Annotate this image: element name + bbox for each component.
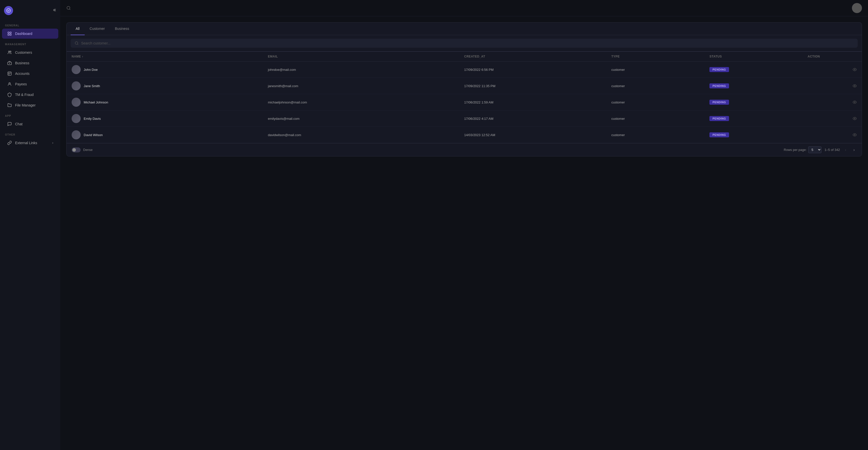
status-badge: PENDING (709, 67, 729, 72)
page-content: All Customer Business Name (60, 16, 868, 450)
row-type-cell: customer (612, 84, 710, 88)
rows-per-page-select[interactable]: 5 10 25 50 (808, 147, 822, 153)
svg-point-15 (854, 85, 855, 86)
sidebar-item-file-manager[interactable]: File Manager (2, 100, 58, 110)
sort-icon[interactable]: ↑ (82, 55, 84, 58)
svg-rect-10 (8, 72, 11, 75)
row-action-cell[interactable] (808, 84, 857, 88)
sidebar-item-customers[interactable]: Customers (2, 47, 58, 58)
sidebar-item-label: External Links (15, 141, 37, 145)
table-row: David Wilson davidwilson@mail.com 14/03/… (67, 127, 862, 143)
sidebar-item-dashboard[interactable]: Dashboard (2, 29, 58, 39)
row-email-cell: michaeljohnson@mail.com (268, 100, 464, 104)
table-row: Emily Davis emilydavis@mail.com 17/06/20… (67, 110, 862, 127)
svg-point-14 (854, 69, 855, 70)
row-date-cell: 17/09/2022 11:35 PM (464, 84, 612, 88)
user-avatar-button[interactable] (852, 3, 862, 13)
row-type-cell: customer (612, 117, 710, 121)
header-type: Type (612, 55, 710, 58)
sidebar-item-tm-fraud[interactable]: TM & Fraud (2, 90, 58, 100)
dense-toggle-switch[interactable] (72, 148, 81, 153)
row-date-cell: 17/06/2022 4:17 AM (464, 117, 612, 121)
sidebar-item-external-links[interactable]: External Links › (2, 138, 58, 148)
next-page-button[interactable]: › (851, 147, 857, 153)
svg-point-17 (854, 118, 855, 119)
sidebar-item-payees[interactable]: Payees (2, 79, 58, 89)
row-date-cell: 17/09/2022 6:56 PM (464, 68, 612, 71)
sidebar-item-chat[interactable]: Chat (2, 119, 58, 129)
tab-all[interactable]: All (71, 23, 85, 35)
sidebar-header (0, 4, 60, 20)
status-badge: PENDING (709, 116, 729, 121)
accounts-icon (7, 71, 12, 76)
header-action: Action (808, 55, 857, 58)
avatar (72, 130, 81, 139)
sidebar-section-management: MANAGEMENT (0, 39, 60, 47)
sidebar: GENERAL Dashboard MANAGEMENT Customers (0, 0, 60, 450)
sidebar-item-label: Customers (15, 51, 32, 55)
sidebar-section-general: GENERAL (0, 20, 60, 28)
svg-point-16 (854, 102, 855, 103)
rows-per-page-label: Rows per page: (784, 148, 807, 152)
avatar (852, 3, 862, 13)
tab-customer[interactable]: Customer (85, 23, 110, 35)
row-status-cell: PENDING (709, 116, 808, 121)
row-email-cell: emilydavis@mail.com (268, 117, 464, 121)
collapse-sidebar-button[interactable] (52, 8, 56, 13)
row-type-cell: customer (612, 133, 710, 137)
row-email-cell: johndoe@mail.com (268, 68, 464, 71)
sidebar-item-accounts[interactable]: Accounts (2, 69, 58, 78)
row-email-cell: davidwilson@mail.com (268, 133, 464, 137)
avatar (72, 82, 81, 90)
search-icon (66, 6, 71, 10)
table-row: Michael Johnson michaeljohnson@mail.com … (67, 94, 862, 110)
prev-page-button[interactable]: ‹ (843, 147, 848, 153)
header-name: Name ↑ (72, 55, 268, 58)
row-type-cell: customer (612, 100, 710, 104)
svg-point-5 (8, 51, 10, 52)
tabs-container: All Customer Business (66, 22, 862, 52)
customer-search-wrap (67, 35, 862, 52)
topbar-search[interactable] (66, 6, 71, 10)
row-action-cell[interactable] (808, 117, 857, 121)
svg-rect-2 (10, 32, 11, 33)
search-icon (75, 41, 79, 45)
dashboard-icon (7, 31, 12, 36)
customer-search-input[interactable] (81, 41, 854, 45)
rows-per-page: Rows per page: 5 10 25 50 (784, 147, 822, 153)
svg-point-13 (75, 42, 78, 44)
eye-icon[interactable] (853, 84, 857, 88)
sidebar-item-label: Chat (15, 122, 23, 126)
row-action-cell[interactable] (808, 133, 857, 137)
row-action-cell[interactable] (808, 100, 857, 104)
eye-icon[interactable] (853, 68, 857, 71)
eye-icon[interactable] (853, 100, 857, 104)
dense-label: Dense (83, 148, 93, 152)
row-name-cell: Jane Smith (72, 82, 268, 90)
avatar (72, 114, 81, 123)
sidebar-item-business[interactable]: Business (2, 58, 58, 68)
app-logo[interactable] (4, 6, 13, 15)
file-icon (7, 103, 12, 108)
svg-rect-3 (8, 34, 9, 35)
table-header: Name ↑ Email Created_at Type Status Acti… (67, 52, 862, 62)
tab-business[interactable]: Business (110, 23, 134, 35)
avatar (72, 98, 81, 107)
customers-icon (7, 50, 12, 55)
row-action-cell[interactable] (808, 68, 857, 71)
main-content: All Customer Business Name (60, 0, 868, 450)
customers-table: Name ↑ Email Created_at Type Status Acti… (66, 52, 862, 156)
row-name-cell: David Wilson (72, 130, 268, 139)
eye-icon[interactable] (853, 133, 857, 137)
avatar (72, 65, 81, 74)
sidebar-item-label: Payees (15, 82, 27, 86)
chevron-right-icon: › (52, 141, 53, 144)
status-badge: PENDING (709, 84, 729, 88)
pagination-controls: Rows per page: 5 10 25 50 1–5 of 342 ‹ › (784, 147, 857, 153)
eye-icon[interactable] (853, 117, 857, 121)
customer-search-inner (71, 39, 858, 48)
header-created-at: Created_at (464, 55, 612, 58)
sidebar-item-label: Business (15, 61, 29, 65)
dense-toggle: Dense (72, 148, 93, 153)
sidebar-section-other: OTHER (0, 129, 60, 138)
